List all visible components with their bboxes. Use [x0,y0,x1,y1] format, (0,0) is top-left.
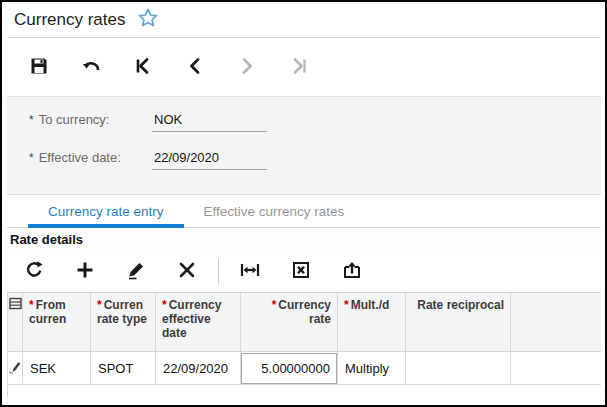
next-record-button[interactable] [229,49,265,85]
grid-row-filler [511,352,601,384]
to-currency-label-text: To currency: [39,112,110,127]
required-marker: * [29,151,34,165]
cell-from-currency[interactable]: SEK [23,352,91,384]
effective-date-label: *Effective date: [29,148,152,165]
grid-data-row: SEK SPOT 22/09/2020 5.00000000 Multiply [8,352,601,385]
pencil-icon [126,260,146,283]
page-title: Currency rates [14,10,125,30]
column-header-currency-rate[interactable]: *Currency rate [241,293,338,351]
required-marker: * [97,298,102,312]
section-title: Rate details [10,232,83,247]
required-marker: * [29,113,34,127]
currency-rate-edit-input[interactable]: 5.00000000 [241,353,337,384]
column-header-currency-effective-date[interactable]: *Currency effective date [156,293,241,351]
tab-effective-currency-rates[interactable]: Effective currency rates [184,195,365,227]
grid-empty-area [8,385,601,397]
column-label: From curren [29,298,66,326]
save-icon [29,56,49,79]
last-record-icon [289,56,309,79]
previous-record-button[interactable] [177,49,213,85]
grid-header-row: *From curren *Curren rate type *Currency… [8,292,601,352]
to-currency-input[interactable]: NOK [152,110,267,132]
cell-rate-reciprocal[interactable] [406,352,511,384]
rate-details-grid: *From curren *Curren rate type *Currency… [7,292,601,397]
fit-width-button[interactable] [233,254,267,288]
required-marker: * [272,298,277,312]
tab-bar: Currency rate entry Effective currency r… [7,195,601,228]
save-button[interactable] [21,49,57,85]
undo-icon [80,56,102,79]
grid-header-filler [511,293,601,351]
column-label: Curren rate type [97,298,147,326]
export-excel-button[interactable] [284,254,318,288]
cell-currency-effective-date[interactable]: 22/09/2020 [156,352,241,384]
cell-currency-rate-type[interactable]: SPOT [91,352,156,384]
effective-date-input[interactable]: 22/09/2020 [152,148,267,170]
column-header-mult-div[interactable]: *Mult./d [338,293,406,351]
tab-label: Currency rate entry [48,204,164,219]
upload-icon [342,260,362,283]
refresh-icon [24,260,44,283]
column-label: Currency effective date [162,298,221,340]
favorite-button[interactable] [137,9,159,31]
title-bar: Currency rates [7,2,601,38]
row-settings-header[interactable] [8,293,23,351]
column-header-from-currency[interactable]: *From curren [23,293,91,351]
toolbar-separator [218,258,219,284]
required-marker: * [162,298,167,312]
x-icon [177,260,197,283]
window-content: Currency rates [7,2,601,405]
effective-date-label-text: Effective date: [39,150,121,165]
delete-row-button[interactable] [170,254,204,288]
fit-width-icon [239,260,261,283]
tab-currency-rate-entry[interactable]: Currency rate entry [28,195,184,227]
rate-details-section-bar: Rate details [7,228,601,250]
refresh-button[interactable] [17,254,51,288]
cell-mult-div[interactable]: Multiply [338,352,406,384]
to-currency-label: *To currency: [29,110,152,127]
add-row-button[interactable] [68,254,102,288]
previous-record-icon [185,56,205,79]
first-record-icon [133,56,153,79]
cell-currency-rate: 5.00000000 [241,352,338,384]
row-edit-pencil-icon [9,360,21,377]
required-marker: * [29,298,34,312]
plus-icon [75,260,95,283]
next-record-icon [237,56,257,79]
record-toolbar [7,38,601,97]
column-header-currency-rate-type[interactable]: *Curren rate type [91,293,156,351]
grid-toolbar [7,250,601,292]
effective-date-field-row: *Effective date: 22/09/2020 [29,148,601,186]
column-label: Mult./d [351,298,390,312]
upload-button[interactable] [335,254,369,288]
excel-icon [291,260,311,283]
undo-button[interactable] [73,49,109,85]
column-label: Currency rate [278,298,331,326]
row-selector-cell[interactable] [8,352,23,384]
star-icon [138,8,158,31]
first-record-button[interactable] [125,49,161,85]
active-tab-underline [28,224,184,228]
row-settings-icon [9,297,22,351]
column-label: Rate reciprocal [417,298,504,312]
tab-label: Effective currency rates [204,204,345,219]
to-currency-field-row: *To currency: NOK [29,110,601,148]
edit-row-button[interactable] [119,254,153,288]
required-marker: * [344,298,349,312]
last-record-button[interactable] [281,49,317,85]
summary-form: *To currency: NOK *Effective date: 22/09… [7,97,601,195]
currency-rates-window: Currency rates [0,0,607,407]
column-header-rate-reciprocal[interactable]: Rate reciprocal [406,293,511,351]
